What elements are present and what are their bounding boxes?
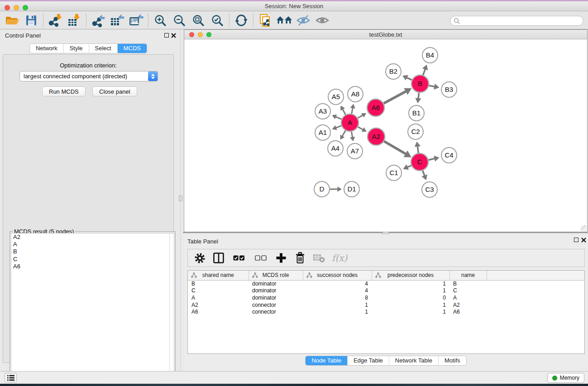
zoom-selected-button[interactable] <box>208 13 227 28</box>
graph-node-A[interactable]: A <box>341 114 359 131</box>
column-header-successor-nodes[interactable]: successor nodes <box>303 271 372 280</box>
graph-node-D[interactable]: D <box>314 181 330 197</box>
table-cell[interactable]: B <box>188 280 249 287</box>
table-cell[interactable]: dominator <box>249 294 303 301</box>
result-item[interactable]: B <box>11 248 174 255</box>
graph-edge-B-B3[interactable] <box>429 84 440 90</box>
table-cell[interactable]: A <box>449 294 487 301</box>
result-item[interactable]: C <box>11 256 174 263</box>
tab-network-table[interactable]: Network Table <box>389 356 439 365</box>
graph-edge-A-A3[interactable] <box>332 114 341 119</box>
tab-motifs[interactable]: Motifs <box>439 356 466 365</box>
graph-node-A6[interactable]: A6 <box>367 99 384 116</box>
table-row[interactable]: A2connector11A2 <box>188 301 584 309</box>
run-mcds-button[interactable]: Run MCDS <box>42 86 86 96</box>
delete-table-button[interactable] <box>313 252 325 264</box>
table-cell[interactable]: 8 <box>303 294 372 301</box>
memory-button[interactable]: Memory <box>547 373 584 383</box>
graph-node-B3[interactable]: B3 <box>441 82 457 97</box>
table-cell[interactable]: 0 <box>372 294 449 301</box>
graph-node-C4[interactable]: C4 <box>441 148 457 163</box>
tab-network[interactable]: Network <box>30 44 64 53</box>
table-settings-button[interactable] <box>193 252 206 264</box>
column-header-name[interactable]: name <box>449 271 487 280</box>
graph-node-A2[interactable]: A2 <box>368 128 385 145</box>
graph-edge-C-C2[interactable] <box>415 142 421 153</box>
column-header-shared-name[interactable]: shared name <box>188 271 249 280</box>
close-table-panel-icon[interactable] <box>581 238 586 243</box>
graph-node-A7[interactable]: A7 <box>347 143 363 159</box>
graph-node-D1[interactable]: D1 <box>344 181 359 197</box>
graph-node-B1[interactable]: B1 <box>409 105 424 121</box>
search-input[interactable] <box>462 17 583 25</box>
tab-select[interactable]: Select <box>89 44 118 53</box>
import-table-button[interactable] <box>65 13 84 28</box>
export-image-button[interactable] <box>127 13 146 28</box>
show-graphics-details-button[interactable] <box>313 13 332 28</box>
zoom-out-button[interactable] <box>170 13 189 28</box>
graph-edge-A-A2[interactable] <box>358 127 367 132</box>
table-row[interactable]: Bdominator41B <box>188 280 584 287</box>
table-cell[interactable]: C <box>188 287 249 295</box>
result-item[interactable]: A2 <box>11 234 174 241</box>
graph-node-C1[interactable]: C1 <box>386 165 402 181</box>
graph-node-C2[interactable]: C2 <box>408 124 423 139</box>
function-builder-button[interactable]: f(x) <box>332 253 347 263</box>
graph-node-A4[interactable]: A4 <box>328 141 343 156</box>
table-cell[interactable]: 4 <box>303 287 372 295</box>
column-header-MCDS-role[interactable]: MCDS role <box>249 271 303 280</box>
graph-edge-B-B2[interactable] <box>402 75 412 81</box>
column-header-predecessor-nodes[interactable]: predecessor nodes <box>372 271 449 280</box>
hide-graphics-details-button[interactable] <box>294 13 313 28</box>
tab-style[interactable]: Style <box>64 44 89 53</box>
graph-edge-C-C1[interactable] <box>403 164 411 170</box>
graph-node-B2[interactable]: B2 <box>386 64 401 79</box>
vertical-split-handle[interactable] <box>179 195 182 201</box>
zoom-in-button[interactable] <box>151 13 170 28</box>
table-row[interactable]: Cdominator41C <box>188 287 584 295</box>
graph-edge-C-C4[interactable] <box>428 156 439 162</box>
graph-edge-B-B1[interactable] <box>415 93 421 103</box>
table-cell[interactable]: A6 <box>188 308 249 315</box>
network-canvas[interactable]: AA1A2A3A4A5A6A7A8BB1B2B3B4CC1C2C3C4DD1 <box>184 39 587 232</box>
table-row[interactable]: Adominator80A <box>188 294 584 301</box>
clone-network-button[interactable] <box>256 13 275 28</box>
table-cell[interactable]: A6 <box>449 308 487 315</box>
table-cell[interactable]: 4 <box>303 280 372 287</box>
network-window-titlebar[interactable]: testGlobe.txt <box>184 30 587 39</box>
graph-edge-A6-B[interactable] <box>384 88 412 104</box>
graph-edge-A-A7[interactable] <box>350 132 355 142</box>
table-cell[interactable]: A <box>188 294 249 301</box>
float-table-panel-icon[interactable] <box>574 238 578 242</box>
result-list-scrollbar[interactable] <box>169 234 174 383</box>
column-visibility-button[interactable] <box>212 252 225 264</box>
table-cell[interactable]: A2 <box>449 301 487 309</box>
table-cell[interactable]: dominator <box>249 287 303 295</box>
graph-node-A3[interactable]: A3 <box>315 104 330 119</box>
graph-node-A5[interactable]: A5 <box>328 89 344 105</box>
table-cell[interactable]: 1 <box>303 301 372 309</box>
table-cell[interactable]: connector <box>249 301 303 309</box>
search-field[interactable] <box>450 16 583 26</box>
window-resize-grip[interactable] <box>581 225 587 231</box>
table-cell[interactable]: 1 <box>372 287 449 295</box>
select-all-rows-button[interactable] <box>231 252 247 264</box>
save-session-button[interactable] <box>22 13 41 28</box>
open-session-button[interactable] <box>3 13 22 28</box>
graph-edge-A2-C[interactable] <box>384 141 411 157</box>
graph-edge-D-D1[interactable] <box>330 186 342 191</box>
table-cell[interactable]: dominator <box>249 280 303 287</box>
graph-edge-A-A5[interactable] <box>340 105 345 114</box>
table-row[interactable]: A6connector11A6 <box>188 308 584 315</box>
graph-node-A1[interactable]: A1 <box>315 125 330 140</box>
close-panel-icon[interactable] <box>171 33 176 38</box>
task-history-button[interactable] <box>5 373 17 382</box>
graph-node-B[interactable]: B <box>411 75 429 92</box>
export-network-button[interactable] <box>89 13 108 28</box>
mcds-result-list[interactable]: A2ABCA6 <box>11 233 174 384</box>
graph-edge-B-B4[interactable] <box>422 65 428 75</box>
tab-mcds[interactable]: MCDS <box>118 44 147 53</box>
float-panel-icon[interactable] <box>164 33 169 38</box>
tab-node-table[interactable]: Node Table <box>306 356 348 365</box>
graph-edge-A-A1[interactable] <box>332 125 342 130</box>
